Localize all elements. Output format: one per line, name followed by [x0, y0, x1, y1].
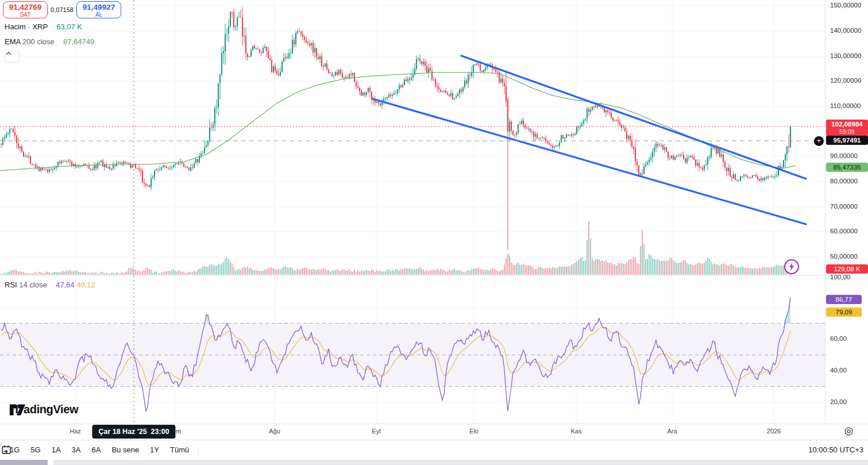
server-clock[interactable]: 10:00:50 UTC+3 — [808, 445, 863, 454]
rsi-tick: 40,00 — [830, 367, 847, 374]
bottom-toolbar: 1G5G1A3A6ABu sene1YTümü 10:00:50 UTC+3 — [0, 440, 868, 459]
price-tick: 120,00000 — [830, 77, 861, 84]
price-tick: 140,00000 — [830, 27, 861, 34]
tradingview-chart-window: 91,42769 SAT 0,07158 91,49927 AL Hacim ·… — [0, 0, 868, 465]
rsi-tick: 20,00 — [830, 398, 847, 405]
price-tick: 150,00000 — [830, 2, 861, 9]
ema-price-label: 85,47335 — [826, 163, 868, 172]
price-tick: 80,00000 — [830, 178, 858, 185]
lightning-icon[interactable] — [784, 259, 800, 275]
spread-value: 0,07158 — [48, 6, 76, 13]
range-button-1y[interactable]: 1Y — [145, 443, 164, 456]
go-to-date-icon[interactable] — [0, 444, 13, 456]
ema-legend-params: 200 close — [22, 37, 55, 46]
rsi-ma-legend-value: 49,12 — [76, 280, 95, 289]
buy-button[interactable]: 91,49927 AL — [76, 1, 121, 18]
rsi-tick: 100,00 — [830, 274, 850, 280]
range-button-tümü[interactable]: Tümü — [165, 443, 194, 456]
bottom-panel-edge — [0, 459, 868, 465]
chevron-up-icon — [5, 51, 12, 56]
month-label-kas: Kas — [571, 428, 582, 435]
candle-bodies-down — [1, 12, 789, 187]
bar-countdown: 59:09 — [826, 128, 868, 135]
rsi-tick: 60,00 — [830, 335, 847, 342]
volume-legend-symbol: XRP — [32, 22, 48, 31]
price-pane[interactable] — [0, 0, 825, 276]
crosshair-date-tooltip: Çar 18 Haz '25 23:00 — [92, 425, 175, 439]
rsi-legend-value: 47,64 — [56, 280, 75, 289]
month-label-2026: 2026 — [767, 428, 781, 435]
bottom-panel-bar — [53, 460, 868, 465]
range-button-5g[interactable]: 5G — [26, 443, 45, 456]
rsi-legend[interactable]: RSI 14 close 47,64 49,12 — [5, 280, 95, 289]
pane-separator[interactable] — [0, 275, 825, 276]
month-label-ağu: Ağu — [269, 428, 280, 435]
trendline-upper[interactable] — [461, 56, 806, 179]
tradingview-logo[interactable]: TradingView — [9, 403, 78, 416]
price-axis[interactable]: 20,0040,0060,00100,0050,0000060,0000070,… — [825, 0, 868, 424]
range-buttons: 1G5G1A3A6ABu sene1YTümü — [3, 443, 194, 456]
volume-legend[interactable]: Hacim · XRP 63,07 K — [5, 22, 82, 31]
sell-label: SAT — [3, 11, 47, 18]
ema-legend[interactable]: EMA 200 close 87,64749 — [5, 37, 94, 46]
rsi-value-label: 86,77 — [826, 295, 862, 304]
price-tick: 90,00000 — [830, 152, 858, 159]
timezone-settings-icon[interactable] — [843, 426, 854, 437]
toolbar-divider — [198, 444, 199, 456]
volume-value-label: 129,08 K — [826, 264, 868, 274]
price-tick: 60,00000 — [830, 228, 858, 235]
price-tick: 50,00000 — [830, 253, 858, 260]
sell-button[interactable]: 91,42769 SAT — [3, 1, 48, 18]
tradingview-logo-icon — [9, 403, 26, 417]
volume-legend-title: Hacim — [5, 22, 26, 31]
price-tick: 70,00000 — [830, 203, 858, 210]
rsi-legend-title: RSI — [5, 280, 17, 289]
month-label-eki: Eki — [469, 428, 478, 435]
month-label-eyl: Eyl — [372, 428, 380, 435]
last-price-label: 102,08984 59:09 — [826, 120, 868, 136]
buy-label: AL — [77, 11, 121, 18]
trendline-lower[interactable] — [373, 99, 806, 224]
plus-order-icon[interactable]: + — [814, 136, 824, 146]
trade-box: 91,42769 SAT 0,07158 91,49927 AL — [3, 1, 121, 18]
bottom-panel-handle[interactable] — [0, 460, 48, 465]
range-button-3a[interactable]: 3A — [67, 443, 86, 456]
price-tick: 130,00000 — [830, 52, 861, 59]
month-label-haz: Haz — [70, 428, 81, 435]
rsi-pane[interactable] — [0, 276, 825, 424]
price-tick: 110,00000 — [830, 102, 861, 109]
collapse-pane-button[interactable] — [5, 51, 20, 63]
ema-legend-title: EMA — [5, 37, 20, 46]
buy-price: 91,49927 — [77, 3, 121, 11]
rsi-overbought-fill — [206, 297, 790, 324]
volume-legend-sep: · — [28, 22, 30, 31]
crosshair-price-label: 95,97491 — [826, 136, 868, 145]
range-button-bu-sene[interactable]: Bu sene — [107, 443, 144, 456]
candle-bodies-up — [2, 12, 791, 187]
time-axis[interactable]: 2026AraKasEkiEylAğuTemHaz Çar 18 Haz '25… — [0, 424, 868, 440]
range-button-1a[interactable]: 1A — [47, 443, 65, 456]
ema-legend-value: 87,64749 — [63, 37, 94, 46]
rsi-ma-value-label: 79,09 — [826, 308, 862, 317]
volume-legend-value: 63,07 K — [56, 22, 82, 31]
sell-price: 91,42769 — [3, 3, 47, 11]
range-button-6a[interactable]: 6A — [87, 443, 106, 456]
month-label-ara: Ara — [667, 428, 677, 435]
rsi-legend-params: 14 close — [19, 280, 47, 289]
